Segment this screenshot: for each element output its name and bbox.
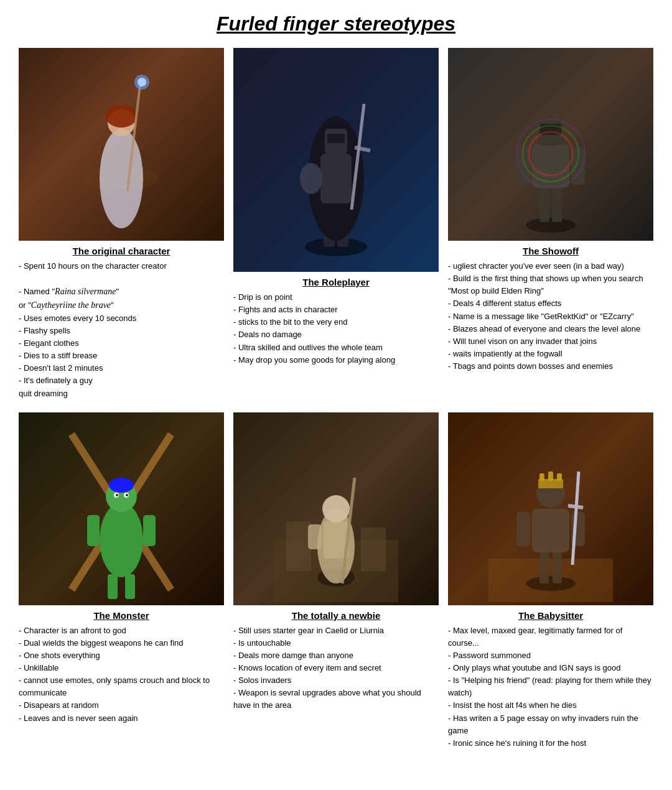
roleplayer-figure-svg [274, 54, 398, 266]
monster-figure-svg [59, 416, 184, 602]
svg-rect-53 [553, 549, 562, 583]
card-original: The original character - Spent 10 hours … [19, 48, 224, 400]
svg-rect-19 [552, 185, 562, 222]
page-title: Furled finger stereotypes [12, 12, 660, 35]
card-babysitter-text: - Max level, maxed gear, legitimatly far… [448, 625, 653, 750]
card-roleplayer-text: - Drip is on point - Fights and acts in … [233, 291, 395, 366]
card-original-text: - Spent 10 hours on the character creato… [19, 260, 167, 400]
svg-rect-11 [320, 154, 352, 203]
card-showoff: The Showoff - ugliest chracter you've ev… [448, 48, 653, 400]
svg-rect-18 [539, 185, 549, 222]
card-original-title: The original character [19, 246, 224, 256]
svg-rect-14 [327, 134, 345, 143]
svg-point-32 [109, 478, 134, 493]
svg-point-1 [100, 129, 143, 228]
newbie-figure-svg [274, 416, 398, 602]
svg-rect-42 [286, 521, 311, 571]
card-roleplayer-image [233, 48, 439, 272]
card-babysitter: The Babysitter - Max level, maxed gear, … [448, 412, 653, 750]
svg-rect-38 [143, 515, 156, 546]
card-roleplayer: The Roleplayer - Drip is on point - Figh… [233, 48, 439, 400]
card-babysitter-title: The Babysitter [448, 610, 653, 621]
card-newbie-text: - Still uses starter gear in Caelid or L… [233, 625, 439, 712]
card-monster: The Monster - Character is an afront to … [19, 412, 224, 750]
svg-rect-39 [108, 574, 118, 599]
svg-point-35 [116, 494, 118, 496]
card-showoff-text: - ugliest chracter you've ever seen (in … [448, 260, 653, 373]
svg-rect-40 [125, 574, 135, 599]
svg-point-51 [526, 576, 576, 591]
svg-rect-61 [557, 473, 562, 481]
card-original-image [19, 48, 224, 241]
svg-rect-60 [548, 472, 553, 481]
card-showoff-title: The Showoff [448, 246, 653, 256]
svg-rect-43 [361, 527, 386, 571]
svg-rect-49 [308, 524, 322, 549]
svg-point-12 [300, 163, 322, 194]
card-showoff-image [448, 48, 653, 241]
svg-rect-55 [516, 512, 530, 546]
svg-point-30 [100, 503, 143, 577]
svg-point-47 [322, 495, 350, 523]
card-babysitter-image [448, 412, 653, 605]
svg-rect-37 [87, 515, 100, 546]
svg-rect-52 [539, 549, 549, 583]
svg-rect-59 [539, 473, 544, 481]
card-newbie-image [233, 412, 439, 605]
babysitter-figure-svg [488, 416, 613, 602]
original-figure-svg [65, 54, 177, 235]
card-newbie-title: The totally a newbie [233, 610, 439, 621]
cards-grid: The original character - Spent 10 hours … [12, 48, 660, 750]
card-roleplayer-title: The Roleplayer [233, 277, 439, 287]
svg-point-17 [526, 218, 576, 233]
card-newbie: The totally a newbie - Still uses starte… [233, 412, 439, 750]
card-monster-image [19, 412, 224, 605]
svg-rect-54 [532, 509, 569, 552]
svg-point-6 [138, 78, 146, 86]
card-monster-text: - Character is an afront to god - Dual w… [19, 625, 224, 725]
svg-point-3 [106, 105, 137, 128]
svg-point-36 [126, 494, 128, 496]
card-monster-title: The Monster [19, 610, 224, 621]
showoff-figure-svg [488, 54, 613, 235]
svg-line-63 [568, 506, 583, 508]
